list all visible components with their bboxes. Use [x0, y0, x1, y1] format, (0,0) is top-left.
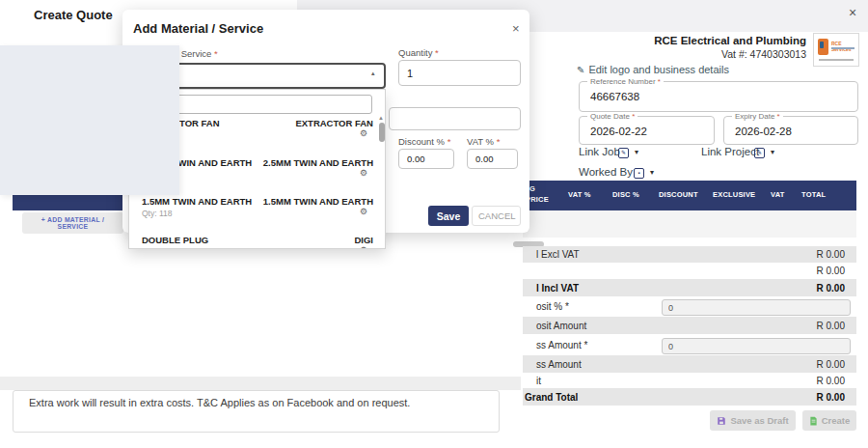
required-star: * [497, 136, 501, 147]
overlay-panel [0, 45, 179, 195]
save-as-draft-button[interactable]: Save as Draft [710, 410, 796, 431]
price-input[interactable] [389, 107, 521, 130]
logo-tagline [831, 47, 854, 49]
total-excl-vat-label: l Excl VAT [536, 249, 580, 260]
amount-row-label: ss Amount [536, 359, 582, 370]
quote-date-input[interactable] [588, 125, 713, 138]
deposit-pct-input[interactable] [662, 299, 851, 316]
vat-row: R 0.00 [523, 263, 856, 279]
item-tag: 2.5MM TWIN AND EARTH [263, 157, 373, 168]
col-disc-pct: DISC % [612, 190, 639, 199]
link-project-caret-icon[interactable]: ▾ [771, 148, 774, 156]
link-project-icon[interactable]: ✎ [754, 148, 765, 158]
create-doc-icon [809, 416, 818, 426]
floppy-icon [717, 416, 726, 426]
notes-box[interactable]: Extra work will result in extra costs. T… [13, 390, 500, 433]
item-qty: Qty: 118 [142, 209, 173, 218]
gear-icon[interactable]: ⚙ [360, 168, 367, 178]
col-total: TOTAL [801, 190, 826, 199]
item-tag: 1.5MM TWIN AND EARTH [263, 196, 373, 207]
pencil-icon: ✎ [577, 65, 584, 75]
modal-title: Add Material / Service [133, 21, 263, 36]
col-vat: VAT [771, 190, 785, 199]
dropdown-item[interactable]: DOUBLE PLUG Qty: -7 DIGI ⚙ [142, 233, 373, 249]
required-star: * [632, 112, 635, 121]
worked-by-label: Worked By [579, 166, 633, 178]
reference-number-field[interactable]: Reference Number * [579, 81, 858, 112]
expiry-date-field[interactable]: Expiry Date * [723, 116, 858, 145]
gear-icon[interactable]: ⚙ [360, 245, 367, 249]
discount-label: Discount % [398, 136, 445, 147]
deposit-amount-value: R 0.00 [817, 321, 845, 331]
dropdown-item[interactable]: 1.5MM TWIN AND EARTH Qty: 118 1.5MM TWIN… [142, 194, 373, 233]
scrollbar-up-icon[interactable]: ▲ [378, 115, 384, 121]
col-vat-pct: VAT % [568, 190, 591, 199]
scrollbar-thumb[interactable] [379, 123, 385, 142]
business-logo: RCE Services [813, 33, 859, 67]
amount-input[interactable] [662, 338, 851, 354]
deposit-pct-row: osit % * [523, 296, 856, 317]
business-vat: Vat #: 4740303013 [617, 48, 806, 60]
create-label: Create [822, 415, 851, 426]
deposit-amount-row: osit Amount R 0.00 [523, 317, 856, 334]
vat-label: VAT % [467, 136, 494, 147]
grand-total-value: R 0.00 [817, 392, 845, 403]
item-name: 1.5MM TWIN AND EARTH [142, 196, 252, 207]
expiry-date-input[interactable] [733, 125, 856, 138]
required-star: * [448, 136, 451, 147]
select-caret-icon[interactable]: ▴ [371, 70, 375, 77]
required-star: * [435, 47, 439, 58]
create-button[interactable]: Create [802, 410, 856, 431]
modal-save-button[interactable]: Save [428, 206, 469, 226]
worked-by-person-icon[interactable]: ▪ [634, 168, 644, 179]
col-discount: DISCOUNT [659, 190, 698, 199]
reference-label: Reference Number [590, 77, 656, 86]
expiry-date-label: Expiry Date [735, 112, 774, 121]
page-title: Create Quote [34, 8, 113, 22]
edit-logo-label: Edit logo and business details [588, 64, 729, 75]
item-name: DOUBLE PLUG [142, 235, 208, 245]
vat-input[interactable] [467, 149, 518, 169]
modal-cancel-button[interactable]: CANCEL [472, 206, 521, 226]
gear-icon[interactable]: ⚙ [360, 128, 367, 138]
col-exclusive: EXCLUSIVE [713, 190, 755, 199]
profit-row: it R 0.00 [523, 373, 856, 388]
link-job-caret-icon[interactable]: ▾ [635, 148, 638, 156]
save-as-draft-label: Save as Draft [730, 415, 788, 426]
deposit-pct-label: osit % * [536, 301, 569, 312]
required-star: * [777, 112, 780, 121]
quantity-label: Quantity [398, 47, 432, 58]
amount-row: ss Amount R 0.00 [523, 355, 856, 373]
business-name: RCE Electrical and Plumbing [617, 35, 806, 46]
vat-row-value: R 0.00 [817, 266, 845, 276]
worked-by-caret-icon[interactable]: ▾ [650, 168, 654, 177]
total-incl-vat-label: l Incl VAT [536, 283, 579, 294]
profit-row-label: it [536, 376, 541, 386]
reference-input[interactable] [588, 90, 842, 103]
amount-row-value: R 0.00 [817, 359, 845, 370]
modal-close-icon[interactable]: × [512, 21, 520, 36]
grand-total-label: Grand Total [525, 392, 578, 403]
quote-date-field[interactable]: Quote Date * [579, 116, 715, 145]
close-icon[interactable]: × [849, 5, 856, 20]
amount-input-label: ss Amount * [536, 340, 587, 350]
quote-date-label: Quote Date [590, 112, 630, 121]
grand-total-row: Grand Total R 0.00 [523, 388, 856, 406]
total-incl-vat-row: l Incl VAT R 0.00 [523, 279, 856, 296]
profit-row-value: R 0.00 [817, 376, 845, 386]
link-job-icon[interactable]: ✎ [618, 148, 629, 158]
notes-text: Extra work will result in extra costs. T… [29, 397, 410, 408]
empty-items-row [523, 210, 856, 238]
total-excl-vat-row: l Excl VAT R 0.00 [523, 246, 856, 263]
table-scroll-track [0, 377, 521, 390]
total-excl-vat-value: R 0.00 [817, 249, 845, 260]
gear-icon[interactable]: ⚙ [360, 207, 367, 216]
item-qty: Qty: -7 [142, 247, 167, 249]
logo-footer [819, 59, 854, 61]
add-material-service-button[interactable]: + ADD MATERIAL / SERVICE [22, 212, 123, 234]
logo-mark-icon [818, 39, 828, 55]
edit-logo-link[interactable]: ✎Edit logo and business details [577, 64, 729, 75]
quantity-input[interactable] [398, 60, 521, 86]
discount-input[interactable] [398, 149, 454, 169]
link-project-label: Link Project [701, 146, 759, 157]
